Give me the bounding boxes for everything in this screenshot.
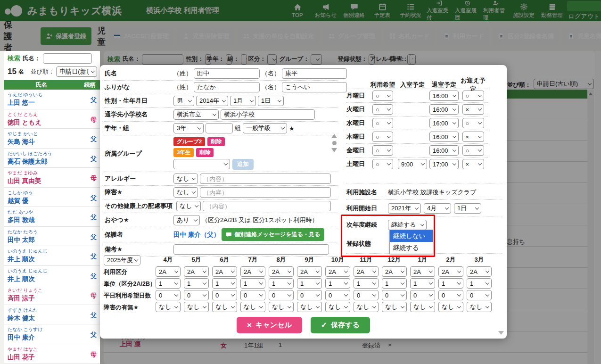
guardian-list-item[interactable]: たなか たろう 田中 太郎 父: [4, 227, 100, 247]
continuation-select[interactable]: 継続する: [388, 220, 427, 230]
disability-month-select[interactable]: なし: [410, 302, 435, 312]
exit-time-select[interactable]: 17:00: [429, 159, 459, 169]
weekday-count-select[interactable]: 0: [240, 290, 265, 300]
usage-wish-select[interactable]: ○: [372, 91, 393, 101]
category-select[interactable]: 2A: [325, 266, 350, 277]
guardian-list-item[interactable]: いのうえ じゅんじ 井上 順次 父: [4, 246, 100, 266]
category-select[interactable]: 2A: [438, 266, 463, 277]
cancel-button[interactable]: × キャンセル: [237, 317, 302, 333]
usage-wish-select[interactable]: ○: [372, 132, 393, 142]
unit-select[interactable]: 1: [184, 278, 209, 289]
modal-scroll-widget[interactable]: [330, 134, 338, 152]
group-delete-button[interactable]: 削除: [207, 137, 225, 146]
guardian-list-item[interactable]: こしか ゆう 越賀 優 父: [4, 188, 100, 207]
unit-select[interactable]: 1: [297, 278, 322, 289]
memo-input[interactable]: [173, 244, 329, 255]
enter-time-select[interactable]: 9:00: [398, 159, 427, 169]
scroll-down-icon[interactable]: [331, 148, 337, 152]
group-add-button[interactable]: 追加: [232, 159, 254, 170]
disability-month-select[interactable]: なし: [438, 302, 463, 312]
name-mei-input[interactable]: [282, 68, 347, 79]
disability-month-select[interactable]: なし: [354, 302, 379, 312]
health-detail-input[interactable]: [203, 201, 331, 211]
pickup-select[interactable]: ○: [462, 118, 484, 128]
weekday-count-select[interactable]: 0: [156, 290, 181, 300]
guardian-list-item[interactable]: さいだ りょうこ 斉田 涼子 母: [4, 285, 100, 305]
exit-time-select[interactable]: 16:00: [429, 104, 459, 115]
weekday-count-select[interactable]: 0: [325, 290, 350, 300]
birth-day-select[interactable]: 1日: [258, 96, 284, 106]
disability-month-select[interactable]: なし: [325, 302, 350, 312]
disability-month-select[interactable]: なし: [184, 302, 209, 312]
pickup-select[interactable]: ×: [462, 104, 484, 115]
unit-select[interactable]: 1: [382, 278, 407, 289]
pickup-select[interactable]: ×: [462, 132, 484, 142]
category-select[interactable]: 2A: [410, 266, 435, 277]
disability-select[interactable]: なし: [173, 187, 198, 198]
name-sei-input[interactable]: [194, 68, 260, 79]
category-select[interactable]: 2A: [354, 266, 379, 277]
disability-month-select[interactable]: なし: [240, 302, 265, 312]
exit-time-select[interactable]: 16:00: [429, 145, 459, 156]
guardian-name-filter-input[interactable]: [43, 53, 92, 64]
disability-month-select[interactable]: なし: [467, 302, 492, 312]
guardian-list-item[interactable]: たかいし ほごたろう 高石 保護太郎 父: [4, 149, 100, 168]
guardian-sort-select[interactable]: 申請日(新しい順): [56, 66, 97, 77]
kana-sei-input[interactable]: [194, 82, 260, 92]
scroll-grip-icon[interactable]: [332, 141, 337, 145]
category-select[interactable]: 2A: [240, 266, 265, 277]
exit-time-select[interactable]: 16:00: [429, 132, 459, 142]
snack-select[interactable]: あり: [173, 215, 200, 225]
health-select[interactable]: なし: [176, 201, 201, 211]
weekday-count-select[interactable]: 0: [438, 290, 463, 300]
sex-select[interactable]: 男: [173, 96, 194, 106]
weekday-count-select[interactable]: 0: [467, 290, 492, 300]
allergy-detail-input[interactable]: [200, 174, 331, 184]
weekday-count-select[interactable]: 0: [184, 290, 209, 300]
start-year-select[interactable]: 2021年: [388, 203, 421, 214]
save-button[interactable]: ✓ 保存する: [311, 317, 370, 333]
category-select[interactable]: 2A: [156, 266, 181, 277]
weekday-count-select[interactable]: 0: [410, 290, 435, 300]
guardian-list-item[interactable]: ただ あつや 多田 敦哉 父: [4, 207, 100, 227]
unit-select[interactable]: 1: [269, 278, 294, 289]
guardian-list-item[interactable]: うえだ ゆういち 上田 悠一 父: [4, 90, 100, 109]
category-select[interactable]: 2A: [269, 266, 294, 277]
school-name-input[interactable]: [221, 109, 315, 120]
disability-month-select[interactable]: なし: [297, 302, 322, 312]
class-input[interactable]: [206, 123, 233, 133]
unit-select[interactable]: 1: [438, 278, 463, 289]
unit-select[interactable]: 1: [325, 278, 350, 289]
guardian-list-item[interactable]: とくだ ともえ 徳田 ともえ 母: [4, 109, 100, 129]
unit-select[interactable]: 1: [156, 278, 181, 289]
start-day-select[interactable]: 1日: [454, 203, 481, 214]
weekday-count-select[interactable]: 0: [297, 290, 322, 300]
category-select[interactable]: 2A: [382, 266, 407, 277]
weekday-count-select[interactable]: 0: [269, 290, 294, 300]
modal-scroll-down-icon[interactable]: [498, 331, 504, 335]
unit-select[interactable]: 1: [467, 278, 492, 289]
disability-month-select[interactable]: なし: [156, 302, 181, 312]
grade-select[interactable]: 3年: [173, 123, 204, 133]
guardian-list-item[interactable]: やまだ まゆみ 山田 真由美 母: [4, 168, 100, 188]
unit-select[interactable]: 1: [410, 278, 435, 289]
send-message-button[interactable]: 個別連絡メッセージを送る・見る: [222, 228, 324, 241]
class-type-select[interactable]: 一般学級: [243, 123, 287, 133]
pickup-select[interactable]: ×: [462, 159, 484, 169]
allergy-select[interactable]: なし: [173, 174, 198, 184]
kana-mei-input[interactable]: [282, 82, 347, 92]
pickup-select[interactable]: ○: [462, 145, 484, 156]
weekday-count-select[interactable]: 0: [212, 290, 237, 300]
birth-year-select[interactable]: 2014年: [196, 96, 228, 106]
guardian-list-item[interactable]: やまだ はなこ 山田 花子 母: [4, 344, 100, 364]
disability-month-select[interactable]: なし: [212, 302, 237, 312]
weekday-count-select[interactable]: 0: [354, 290, 379, 300]
usage-wish-select[interactable]: ○: [372, 118, 393, 128]
group-delete-button[interactable]: 削除: [196, 148, 214, 157]
guardian-list-item[interactable]: やじま かいと 矢島 海斗 父: [4, 129, 100, 149]
exit-time-select[interactable]: 16:00: [429, 118, 459, 128]
unit-select[interactable]: 1: [240, 278, 265, 289]
dropdown-option-highlighted[interactable]: 継続しない: [390, 230, 433, 242]
guardian-list-item[interactable]: いのうえ じゅんじ 井上 順次 父: [4, 266, 100, 286]
exit-time-select[interactable]: 16:00: [429, 91, 459, 101]
